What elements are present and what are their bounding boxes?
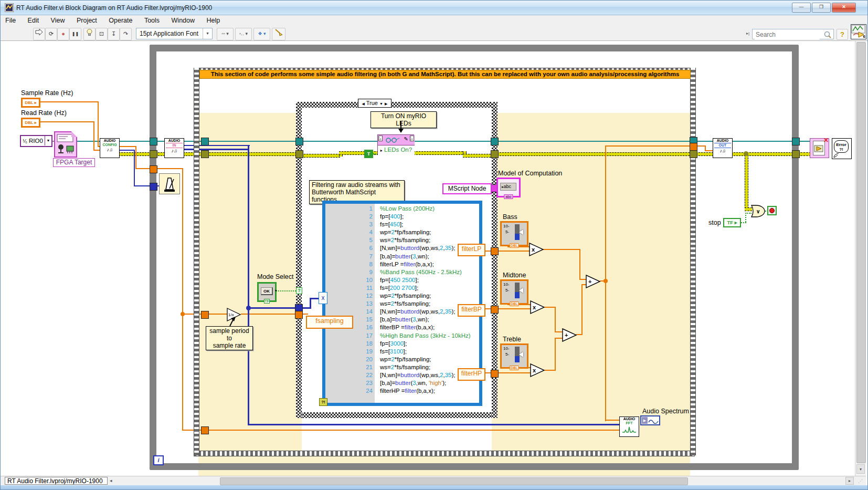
code-line[interactable]: 7[b,a]=butter(3,wn); bbox=[325, 253, 478, 260]
close-reference-node[interactable]: ✕ bbox=[810, 138, 829, 158]
chevron-down-icon[interactable]: ▾ bbox=[203, 28, 212, 39]
align-objects-dropdown[interactable]: ▫▫ ▾ bbox=[217, 28, 234, 40]
sample-rate-control[interactable]: DBL ▸ bbox=[21, 98, 40, 108]
context-breadcrumb[interactable]: RT Audio Filter.lvproj/myRIO-1900 bbox=[5, 477, 108, 485]
highlight-execution-button[interactable] bbox=[83, 28, 96, 40]
code-line[interactable]: 1%Low Pass (200Hz) bbox=[325, 205, 478, 213]
code-line[interactable]: 5ws=2*fs/fsampling; bbox=[325, 236, 478, 244]
scroll-right-arrow[interactable]: ▸ bbox=[845, 477, 854, 485]
add-node[interactable]: + bbox=[562, 328, 577, 342]
or-node[interactable]: ∨ bbox=[750, 204, 766, 218]
menu-project[interactable]: Project bbox=[72, 15, 102, 26]
case-prev-icon[interactable]: ◀ bbox=[362, 102, 365, 106]
iteration-terminal[interactable]: i bbox=[153, 455, 164, 465]
mode-select-control[interactable]: OK ▸ TF bbox=[257, 282, 277, 302]
abort-button[interactable]: ● bbox=[57, 28, 69, 40]
mathscript-rows[interactable]: 1%Low Pass (200Hz)2fp=[400];3fs=[450];4w… bbox=[325, 205, 478, 402]
search-input[interactable] bbox=[755, 30, 820, 39]
audio-in-node[interactable]: AUDIO IN ♪♫ bbox=[164, 138, 184, 158]
ok-button[interactable]: OK bbox=[261, 287, 273, 295]
code-line[interactable]: 22[N,wn]=buttord(wp,ws,2,35); bbox=[325, 371, 478, 379]
vertical-scrollbar[interactable]: ▾ bbox=[855, 41, 866, 476]
code-line[interactable]: 12wp=2*fp/fsampling; bbox=[325, 292, 478, 300]
add-node[interactable]: + bbox=[586, 275, 601, 288]
audio-config-node[interactable]: AUDIO CONFIG ♪♫ bbox=[100, 138, 120, 158]
vi-icon[interactable]: 6 bbox=[851, 24, 866, 39]
scroll-down-arrow[interactable]: ▾ bbox=[856, 464, 865, 474]
maximize-button[interactable]: ❐ bbox=[812, 3, 831, 13]
filterlp-output[interactable]: filterLP bbox=[458, 244, 485, 256]
run-continuous-button[interactable]: ⟳ bbox=[45, 28, 57, 40]
chevron-down-icon[interactable]: ▼ bbox=[379, 102, 383, 106]
audio-spectrum-indicator[interactable]: ▶ bbox=[640, 415, 660, 425]
x-input-terminal[interactable]: x bbox=[319, 292, 327, 304]
clean-up-diagram-button[interactable] bbox=[272, 28, 285, 40]
code-line[interactable]: 14[N,wn]=buttord(wp,ws,2,35); bbox=[325, 308, 478, 316]
code-line[interactable]: 23[b,a]=butter(3,wn, 'high'); bbox=[325, 379, 478, 387]
font-selector[interactable]: 15pt Application Font ▾ bbox=[136, 28, 213, 39]
reorder-dropdown[interactable]: ❖ ▾ bbox=[253, 28, 270, 40]
multiply-node[interactable]: x bbox=[529, 243, 544, 256]
slider-thumb[interactable] bbox=[519, 352, 523, 357]
model-of-computation-control[interactable]: ▸abc abc bbox=[496, 178, 521, 197]
error-handler-node[interactable]: Error ?! bbox=[832, 138, 852, 159]
chevron-down-icon[interactable]: ▼ bbox=[45, 136, 51, 145]
pause-button[interactable]: ❚❚ bbox=[69, 28, 81, 40]
hscroll-thumb[interactable] bbox=[220, 477, 688, 485]
stop-control[interactable]: TF ▸ bbox=[723, 218, 741, 227]
code-line[interactable]: 24filterHP =filter(b,a,x); bbox=[325, 387, 478, 395]
code-line[interactable]: 6[N,wn]=buttord(wp,ws,2,35); bbox=[325, 244, 478, 252]
code-line[interactable]: 4wp=2*fp/fsampling; bbox=[325, 228, 478, 236]
context-help-button[interactable]: ? bbox=[837, 29, 848, 40]
read-rate-control[interactable]: DBL ▸ bbox=[21, 118, 40, 128]
retain-wire-values-button[interactable]: ⊡ bbox=[96, 28, 108, 40]
audio-fft-node[interactable]: AUDIO FFT bbox=[619, 416, 639, 437]
code-line[interactable]: 2fp=[400]; bbox=[325, 213, 478, 221]
code-line[interactable]: 17%High Band Pass (3kHz - 10kHz) bbox=[325, 332, 478, 340]
rio-constant[interactable]: ⅟₀ RIO0 ▼ bbox=[20, 135, 52, 147]
fpga-target-node[interactable] bbox=[54, 131, 77, 158]
distribute-objects-dropdown[interactable]: ▫‥ ▾ bbox=[235, 28, 252, 40]
minimize-button[interactable]: — bbox=[792, 3, 811, 13]
code-line[interactable]: 20wp=2*fp/fsampling; bbox=[325, 356, 478, 363]
step-over-button[interactable]: ↷ bbox=[120, 28, 132, 40]
menu-help[interactable]: Help bbox=[202, 15, 225, 26]
menu-file[interactable]: File bbox=[1, 15, 20, 26]
menu-edit[interactable]: Edit bbox=[23, 15, 44, 26]
true-constant[interactable]: T bbox=[364, 150, 373, 158]
mscript-node-constant[interactable]: MScript Node bbox=[442, 183, 492, 194]
filterhp-output[interactable]: filterHP bbox=[458, 368, 485, 381]
midtone-slider[interactable]: 10- 5- DBL bbox=[500, 279, 528, 305]
slider-thumb[interactable] bbox=[519, 230, 523, 235]
audio-out-node[interactable]: AUDIO OUT ♪♫ bbox=[713, 138, 733, 158]
search-box[interactable] bbox=[752, 29, 834, 39]
code-line[interactable]: 13ws=2*fs/fsampling; bbox=[325, 300, 478, 308]
loop-condition-terminal[interactable] bbox=[767, 206, 777, 215]
filterbp-output[interactable]: filterBP bbox=[458, 304, 485, 317]
vscroll-thumb[interactable] bbox=[856, 42, 866, 463]
step-into-button[interactable]: ↧ bbox=[108, 28, 120, 40]
menu-window[interactable]: Window bbox=[167, 15, 199, 26]
code-line[interactable]: 8filterLP =filter(b,a,x); bbox=[325, 260, 478, 268]
treble-slider[interactable]: 10- 5- DBL bbox=[500, 343, 528, 369]
code-line[interactable]: 21ws=2*fs/fsampling; bbox=[325, 363, 478, 371]
code-line[interactable]: 3fs=[450]; bbox=[325, 221, 478, 228]
multiply-node[interactable]: x bbox=[530, 363, 545, 377]
breadcrumb-arrow-icon[interactable]: ◂ bbox=[110, 478, 112, 483]
wait-metronome-node[interactable] bbox=[159, 173, 180, 194]
code-line[interactable]: 18fp=[3000]; bbox=[325, 340, 478, 348]
resize-grip[interactable]: ⋰ bbox=[858, 478, 863, 484]
multiply-node[interactable]: x bbox=[530, 300, 545, 314]
block-diagram[interactable]: This section of code performs some simpl… bbox=[1, 41, 855, 476]
close-button[interactable]: ✕ bbox=[832, 3, 856, 13]
case-selector[interactable]: ◀ True ▼ ▶ bbox=[358, 99, 391, 108]
case-next-icon[interactable]: ▶ bbox=[385, 102, 387, 106]
code-line[interactable]: 10fp=[450 2500]; bbox=[325, 276, 478, 284]
code-line[interactable]: 9%Band Pass (450Hz - 2.5kHz) bbox=[325, 268, 478, 276]
menu-view[interactable]: View bbox=[46, 15, 70, 26]
menu-tools[interactable]: Tools bbox=[140, 15, 164, 26]
code-line[interactable]: 19fs=[3100]; bbox=[325, 348, 478, 356]
run-button[interactable] bbox=[33, 28, 45, 40]
bass-slider[interactable]: 10- 5- DBL bbox=[500, 221, 528, 246]
horizontal-scrollbar[interactable] bbox=[115, 476, 845, 485]
